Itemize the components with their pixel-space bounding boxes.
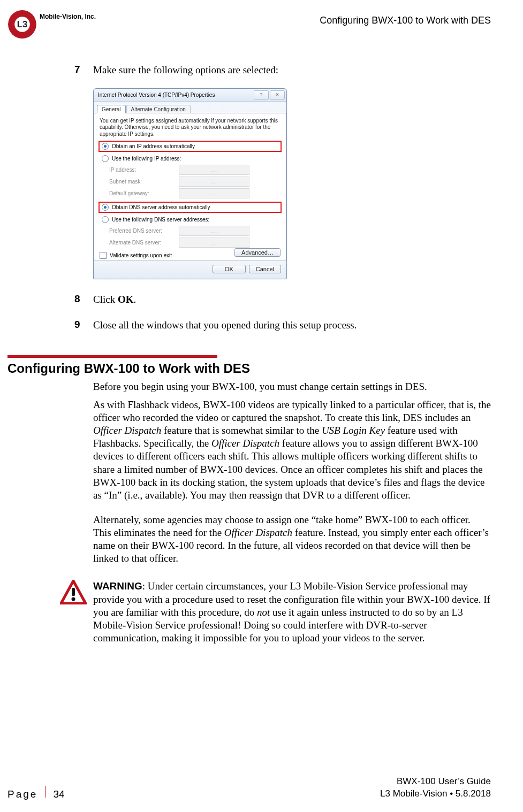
radio-obtain-ip-auto[interactable]: Obtain an IP address automatically — [98, 141, 282, 152]
tab-panel-general: You can get IP settings assigned automat… — [94, 113, 286, 261]
l3-logo-icon: L3 — [7, 10, 37, 39]
para-text: As with Flashback videos, BWX-100 videos… — [93, 399, 491, 423]
radio-label: Obtain DNS server address automatically — [112, 204, 210, 210]
preferred-dns-input[interactable]: . . . — [179, 226, 249, 236]
radio-use-following-ip[interactable]: Use the following IP address: — [100, 154, 281, 163]
step-text-bold: OK — [118, 294, 134, 305]
footer-guide-name: BWX-100 User’s Guide — [380, 776, 491, 788]
footer-left: Page 34 — [7, 786, 65, 800]
warning-icon — [60, 580, 87, 604]
svg-rect-4 — [72, 588, 75, 596]
subnet-mask-input[interactable]: . . . — [179, 177, 249, 187]
page-footer: Page 34 BWX-100 User’s Guide L3 Mobile-V… — [7, 776, 491, 800]
tab-general[interactable]: General — [97, 105, 126, 113]
italic-term: USB Login Key — [322, 425, 385, 436]
svg-point-5 — [72, 597, 75, 601]
svg-text:L3: L3 — [17, 19, 27, 29]
tab-alternate[interactable]: Alternate Configuration — [126, 105, 191, 113]
step-text-post: . — [133, 294, 136, 305]
italic-term: Officer Dispatch — [93, 425, 161, 436]
field-label: Alternate DNS server: — [100, 240, 179, 246]
radio-icon — [102, 155, 109, 162]
dialog-title: Internet Protocol Version 4 (TCP/IPv4) P… — [98, 92, 215, 98]
field-ip-address: IP address: . . . — [100, 165, 281, 175]
warning-not: not — [257, 607, 270, 618]
radio-obtain-dns-auto[interactable]: Obtain DNS server address automatically — [98, 202, 282, 213]
section-rule — [7, 355, 217, 358]
field-label: Preferred DNS server: — [100, 228, 179, 234]
close-button[interactable]: ✕ — [270, 90, 285, 99]
radio-icon — [102, 216, 109, 223]
warning-label: WARNING — [93, 580, 142, 592]
page-header: L3 Mobile-Vision, Inc. Configuring BWX-1… — [7, 10, 491, 39]
footer-right: BWX-100 User’s Guide L3 Mobile-Vision • … — [380, 776, 491, 800]
ip-address-input[interactable]: . . . — [179, 165, 249, 175]
step-text-pre: Click — [93, 294, 118, 305]
header-section-title: Configuring BWX-100 to Work with DES — [320, 15, 491, 26]
step-number: 8 — [74, 293, 93, 306]
tab-strip: General Alternate Configuration — [94, 102, 286, 113]
body-paragraph: As with Flashback videos, BWX-100 videos… — [93, 399, 491, 502]
field-label: IP address: — [100, 167, 179, 173]
radio-icon — [102, 204, 109, 211]
field-alternate-dns: Alternate DNS server: . . . — [100, 238, 281, 248]
checkbox-icon — [100, 252, 107, 259]
step-number: 7 — [74, 64, 93, 76]
field-subnet-mask: Subnet mask: . . . — [100, 177, 281, 187]
section-title: Configuring BWX-100 to Work with DES — [7, 361, 491, 376]
footer-divider — [45, 786, 46, 798]
logo-block: L3 Mobile-Vision, Inc. — [7, 10, 96, 39]
cancel-button[interactable]: Cancel — [249, 265, 281, 273]
body-paragraph: Alternately, some agencies may choose to… — [93, 514, 491, 565]
dialog-description: You can get IP settings assigned automat… — [100, 118, 281, 138]
ipv4-properties-dialog: Internet Protocol Version 4 (TCP/IPv4) P… — [93, 88, 287, 280]
default-gateway-input[interactable]: . . . — [179, 188, 249, 198]
italic-term: Officer Dispatch — [211, 438, 279, 449]
step-text: Close all the windows that you opened du… — [93, 319, 491, 332]
logo-text: Mobile-Vision, Inc. — [40, 13, 96, 20]
ok-button[interactable]: OK — [213, 265, 246, 273]
radio-use-following-dns[interactable]: Use the following DNS server addresses: — [100, 215, 281, 224]
footer-page-word: Page — [7, 788, 37, 800]
body-paragraph: Before you begin using your BWX-100, you… — [93, 380, 491, 393]
field-label: Default gateway: — [100, 190, 179, 196]
radio-label: Use the following IP address: — [112, 156, 181, 162]
footer-vendor-date: L3 Mobile-Vision • 5.8.2018 — [380, 788, 491, 800]
para-text: feature that is somewhat similar to the — [161, 425, 322, 436]
alternate-dns-input[interactable]: . . . — [179, 238, 249, 248]
dialog-titlebar: Internet Protocol Version 4 (TCP/IPv4) P… — [94, 89, 286, 102]
step-text: Click OK. — [93, 293, 491, 306]
radio-icon — [102, 143, 109, 150]
checkbox-label: Validate settings upon exit — [110, 252, 172, 258]
field-label: Subnet mask: — [100, 179, 179, 185]
warning-block: WARNING: Under certain circumstances, yo… — [7, 580, 491, 645]
step-number: 9 — [74, 319, 93, 332]
help-button[interactable]: ? — [254, 90, 269, 99]
step-text: Make sure the following options are sele… — [93, 64, 491, 76]
italic-term: Officer Dispatch — [224, 527, 292, 538]
field-preferred-dns: Preferred DNS server: . . . — [100, 226, 281, 236]
radio-label: Obtain an IP address automatically — [112, 143, 195, 149]
section-heading-block: Configuring BWX-100 to Work with DES — [7, 355, 491, 376]
warning-text: WARNING: Under certain circumstances, yo… — [93, 580, 491, 645]
footer-page-number: 34 — [53, 788, 64, 800]
field-default-gateway: Default gateway: . . . — [100, 188, 281, 198]
radio-label: Use the following DNS server addresses: — [112, 217, 209, 223]
dialog-button-row: OK Cancel — [94, 261, 286, 279]
advanced-button[interactable]: Advanced… — [234, 248, 281, 257]
